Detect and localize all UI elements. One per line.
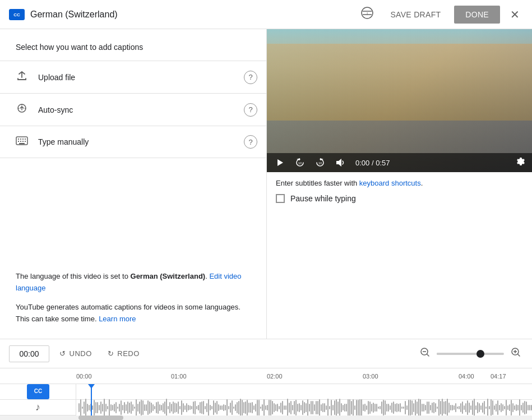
section-title: Select how you want to add captions	[0, 29, 266, 61]
save-draft-button[interactable]: SAVE DRAFT	[383, 6, 447, 24]
play-button[interactable]	[274, 157, 287, 168]
svg-rect-12	[20, 139, 21, 140]
right-panel: 10 10 0:00	[267, 29, 532, 339]
cc-badge: CC	[27, 384, 49, 399]
keyboard-shortcuts-link[interactable]: keyboard shortcuts	[359, 179, 421, 187]
scrollbar-container[interactable]	[0, 416, 532, 420]
timeline-ruler: 00:00 01:00 02:00 03:00 04:00 04:17	[0, 368, 532, 384]
undo-label: UNDO	[70, 349, 92, 358]
svg-point-8	[25, 108, 26, 109]
info-text-language: The language of this video is set to Ger…	[16, 271, 251, 294]
rewind-10-button[interactable]: 10	[293, 156, 307, 169]
zoom-controls	[418, 345, 523, 362]
playhead-triangle	[88, 384, 95, 389]
upload-file-label: Upload file	[38, 73, 75, 82]
pause-checkbox-row: Pause while typing	[276, 194, 523, 203]
subtitle-controls: Enter subtitles faster with keyboard sho…	[267, 172, 532, 210]
autosync-option[interactable]: Auto-sync ?	[0, 94, 266, 126]
volume-button[interactable]	[333, 156, 348, 169]
close-button[interactable]: ✕	[507, 6, 523, 24]
time-input[interactable]	[9, 345, 49, 362]
zoom-track	[437, 353, 480, 355]
type-manually-label: Type manually	[38, 137, 89, 146]
svg-rect-19	[19, 143, 25, 144]
upload-icon	[16, 70, 28, 84]
ruler-mark-1: 01:00	[171, 373, 187, 380]
timeline-tracks: CC ♪	[0, 384, 532, 416]
svg-marker-25	[336, 159, 341, 167]
svg-marker-20	[277, 159, 283, 166]
cc-track-label: CC	[0, 384, 76, 400]
keyboard-icon	[16, 136, 28, 148]
svg-rect-15	[18, 141, 19, 142]
caption-options: Upload file ?	[0, 61, 266, 158]
video-scene	[267, 29, 532, 172]
svg-point-7	[18, 108, 19, 109]
waveform	[78, 398, 530, 416]
track-area	[76, 384, 532, 416]
undo-button[interactable]: ↺ UNDO	[54, 346, 98, 361]
left-panel: Select how you want to add captions Uplo…	[0, 29, 267, 339]
forward-10-button[interactable]: 10	[313, 156, 327, 169]
scrollbar-thumb[interactable]	[78, 416, 123, 420]
zoom-out-button[interactable]	[418, 345, 432, 362]
svg-rect-14	[25, 139, 26, 140]
header-left: CC German (Switzerland)	[9, 9, 358, 20]
music-icon: ♪	[35, 401, 40, 413]
type-manually-help-icon[interactable]: ?	[244, 135, 257, 149]
video-container: 10 10 0:00	[267, 29, 532, 172]
page-title: German (Switzerland)	[30, 10, 118, 20]
audio-track	[76, 400, 532, 416]
upload-option-left: Upload file	[16, 70, 75, 84]
info-section: The language of this video is set to Ger…	[0, 257, 266, 339]
track-labels: CC ♪	[0, 384, 76, 416]
header: CC German (Switzerland) ! SAVE DRAFT DON…	[0, 0, 532, 29]
ruler-mark-3: 03:00	[363, 373, 378, 380]
ruler-mark-4: 04:00	[459, 373, 474, 380]
svg-line-32	[518, 354, 520, 356]
svg-text:!: !	[367, 11, 368, 16]
type-manually-left: Type manually	[16, 136, 89, 148]
svg-line-28	[427, 354, 429, 356]
playhead	[91, 384, 92, 416]
header-right: ! SAVE DRAFT DONE ✕	[358, 3, 523, 25]
learn-more-link[interactable]: Learn more	[99, 315, 136, 323]
main-content: Select how you want to add captions Uplo…	[0, 29, 532, 339]
flag-icon[interactable]: !	[358, 3, 377, 25]
svg-rect-11	[18, 139, 19, 140]
svg-text:CC: CC	[34, 388, 41, 394]
zoom-slider[interactable]	[437, 353, 504, 355]
timeline-bar: ↺ UNDO ↻ REDO	[0, 339, 532, 420]
redo-label: REDO	[117, 349, 140, 358]
redo-button[interactable]: ↻ REDO	[102, 346, 145, 361]
type-manually-option[interactable]: Type manually ?	[0, 126, 266, 158]
zoom-in-button[interactable]	[508, 345, 523, 362]
timeline-area: 00:00 01:00 02:00 03:00 04:00 04:17 CC	[0, 368, 532, 420]
upload-file-option[interactable]: Upload file ?	[0, 61, 266, 94]
done-button[interactable]: DONE	[454, 6, 500, 24]
svg-text:10: 10	[318, 161, 322, 165]
autosync-option-left: Auto-sync	[16, 103, 73, 117]
autosync-label: Auto-sync	[38, 105, 73, 114]
cc-icon: CC	[9, 9, 25, 20]
close-icon: ✕	[510, 8, 520, 21]
zoom-thumb	[477, 350, 484, 358]
info-text-captions: YouTube generates automatic captions for…	[16, 302, 251, 325]
ruler-mark-2: 02:00	[267, 373, 283, 380]
timeline-controls: ↺ UNDO ↻ REDO	[0, 339, 532, 368]
svg-rect-17	[22, 141, 24, 142]
autosync-help-icon[interactable]: ?	[244, 103, 257, 117]
audio-track-label: ♪	[0, 400, 76, 416]
svg-rect-13	[22, 139, 24, 140]
ruler-mark-end: 04:17	[491, 373, 506, 380]
pause-while-typing-checkbox[interactable]	[276, 194, 285, 203]
svg-text:10: 10	[298, 161, 302, 165]
svg-rect-18	[25, 141, 26, 142]
video-settings-button[interactable]	[515, 156, 525, 169]
video-controls: 10 10 0:00	[267, 153, 532, 172]
upload-help-icon[interactable]: ?	[244, 71, 257, 84]
autosync-icon	[16, 103, 28, 117]
pause-while-typing-label[interactable]: Pause while typing	[290, 194, 356, 203]
svg-rect-16	[20, 141, 21, 142]
undo-icon: ↺	[59, 349, 66, 358]
